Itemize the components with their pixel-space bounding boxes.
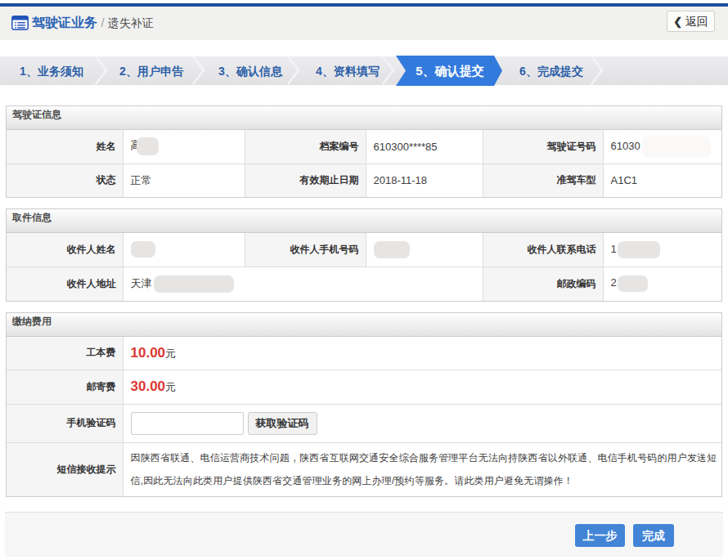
svg-text:2、用户申告: 2、用户申告 [119,65,184,78]
svg-text:6、完成提交: 6、完成提交 [519,65,583,78]
svg-text:3、确认信息: 3、确认信息 [218,65,283,78]
svg-text:4、资料填写: 4、资料填写 [316,65,380,78]
svg-text:5、确认提交: 5、确认提交 [416,64,483,78]
svg-text:1、业务须知: 1、业务须知 [20,65,83,78]
